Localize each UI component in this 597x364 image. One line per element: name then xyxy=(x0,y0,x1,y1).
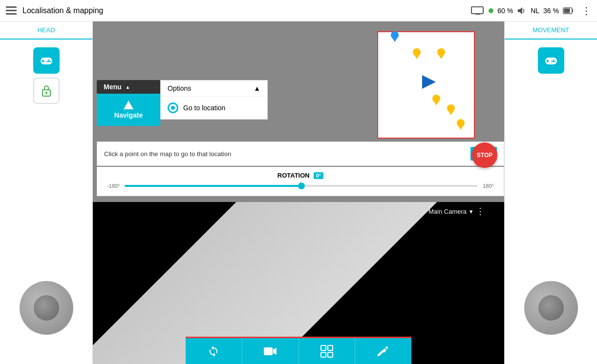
charge-percent: 36 % xyxy=(543,7,559,15)
svg-point-15 xyxy=(46,61,48,62)
toolbar-camera-button[interactable] xyxy=(242,338,299,364)
main-layout: HEAD xyxy=(0,21,597,364)
head-gamepad-button[interactable] xyxy=(33,47,60,74)
bottom-toolbar xyxy=(186,337,411,364)
svg-rect-25 xyxy=(328,345,333,350)
svg-rect-11 xyxy=(42,61,44,61)
goto-location-label: Go to location xyxy=(183,104,225,112)
svg-marker-5 xyxy=(518,7,522,14)
svg-rect-26 xyxy=(321,352,326,357)
left-joystick[interactable] xyxy=(20,281,73,335)
header: Localisation & mapping 60 % NL 36 % ⋮ xyxy=(0,0,597,21)
goto-location-icon xyxy=(168,102,178,113)
right-joystick[interactable] xyxy=(524,281,578,335)
options-triangle-icon: ▲ xyxy=(254,84,260,92)
svg-rect-0 xyxy=(6,6,17,8)
movement-gamepad-icon xyxy=(544,55,558,66)
gamepad-icon xyxy=(40,55,53,66)
svg-rect-7 xyxy=(572,9,573,12)
right-joystick-inner[interactable] xyxy=(538,295,564,321)
rotation-label: ROTATION 0° xyxy=(107,172,494,179)
rotation-slider-row: -180° 180° xyxy=(107,183,494,189)
menu-triangle-icon: ▲ xyxy=(126,84,130,90)
svg-rect-27 xyxy=(328,352,333,357)
svg-point-33 xyxy=(554,61,555,62)
svg-rect-8 xyxy=(564,8,570,13)
menu-label: Menu xyxy=(104,83,122,91)
slider-min-label: -180° xyxy=(107,183,120,189)
refresh-icon xyxy=(208,345,219,357)
menu-dropdown: Navigate xyxy=(97,94,160,126)
header-more-icon[interactable]: ⋮ xyxy=(581,5,591,17)
joystick-outer[interactable] xyxy=(20,281,73,335)
rotation-slider[interactable] xyxy=(125,185,478,187)
stop-button[interactable]: STOP xyxy=(472,142,497,168)
right-panel: MOVEMENT xyxy=(504,21,597,364)
slider-max-label: 180° xyxy=(483,183,494,189)
slider-fill xyxy=(125,185,301,187)
head-lock-button[interactable] xyxy=(33,78,60,104)
map-pin-3 xyxy=(432,95,441,105)
movement-gamepad-button[interactable] xyxy=(538,47,564,74)
navigate-label: Navigate xyxy=(114,111,143,119)
camera-label: Main Camera ▾ ⋮ xyxy=(428,206,485,217)
svg-point-34 xyxy=(553,61,554,62)
svg-point-32 xyxy=(553,60,554,61)
navigate-icon xyxy=(124,101,133,109)
svg-rect-31 xyxy=(546,61,549,61)
toolbar-refresh-button[interactable] xyxy=(186,338,242,364)
options-panel: Options ▲ Go to location xyxy=(160,80,268,120)
video-camera-icon xyxy=(263,346,277,357)
map-pin-5 xyxy=(456,119,465,130)
page-title: Localisation & mapping xyxy=(22,6,471,15)
svg-point-35 xyxy=(551,61,553,62)
toolbar-tools-button[interactable] xyxy=(355,338,411,364)
map-pin-1 xyxy=(412,48,421,59)
menu-icon[interactable] xyxy=(6,6,17,15)
svg-rect-18 xyxy=(46,93,47,95)
camera-more-icon[interactable]: ⋮ xyxy=(476,206,485,217)
volume-icon xyxy=(517,6,527,15)
svg-point-14 xyxy=(48,61,49,62)
joystick-inner[interactable] xyxy=(34,295,59,321)
map-pin-blue xyxy=(390,31,399,42)
info-text: Click a point on the map to go to that l… xyxy=(104,150,470,158)
head-tab[interactable]: HEAD xyxy=(0,21,92,40)
battery-icon xyxy=(563,7,574,14)
tools-icon xyxy=(377,345,390,358)
svg-rect-2 xyxy=(6,13,17,15)
left-panel: HEAD xyxy=(0,21,93,364)
language-label: NL xyxy=(531,7,539,15)
map-pin-2 xyxy=(437,48,446,59)
menu-button[interactable]: Menu ▲ xyxy=(97,80,160,94)
camera-name: Main Camera xyxy=(428,208,467,215)
navigate-button[interactable]: Navigate xyxy=(97,94,160,126)
svg-rect-3 xyxy=(471,7,483,14)
grid-icon xyxy=(320,345,333,358)
options-header: Options ▲ xyxy=(161,81,267,97)
svg-rect-22 xyxy=(264,347,273,355)
battery-percent: 60 % xyxy=(497,7,513,15)
camera-dropdown-icon[interactable]: ▾ xyxy=(469,208,473,215)
movement-tab[interactable]: MOVEMENT xyxy=(505,21,597,40)
toolbar-grid-button[interactable] xyxy=(299,338,356,364)
right-joystick-outer[interactable] xyxy=(524,281,578,335)
options-label: Options xyxy=(168,84,191,92)
monitor-icon xyxy=(471,6,485,15)
slider-thumb[interactable] xyxy=(298,182,305,189)
svg-marker-23 xyxy=(273,348,277,355)
lock-icon xyxy=(41,84,52,97)
svg-rect-4 xyxy=(475,14,480,15)
svg-point-13 xyxy=(49,61,51,62)
robot-marker xyxy=(422,75,436,89)
status-bar: 60 % NL 36 % ⋮ xyxy=(471,5,591,17)
svg-rect-1 xyxy=(6,10,17,11)
rotation-bar: ROTATION 0° -180° 180° xyxy=(97,167,504,196)
center-area: Menu ▲ Navigate Options ▲ Go to location xyxy=(93,21,504,364)
rotation-text: ROTATION xyxy=(277,172,310,179)
map-pin-4 xyxy=(447,104,455,115)
svg-rect-24 xyxy=(321,345,326,350)
menu-overlay: Menu ▲ Navigate xyxy=(97,80,160,126)
goto-location-item[interactable]: Go to location xyxy=(161,97,267,119)
rotation-badge: 0° xyxy=(314,172,324,179)
